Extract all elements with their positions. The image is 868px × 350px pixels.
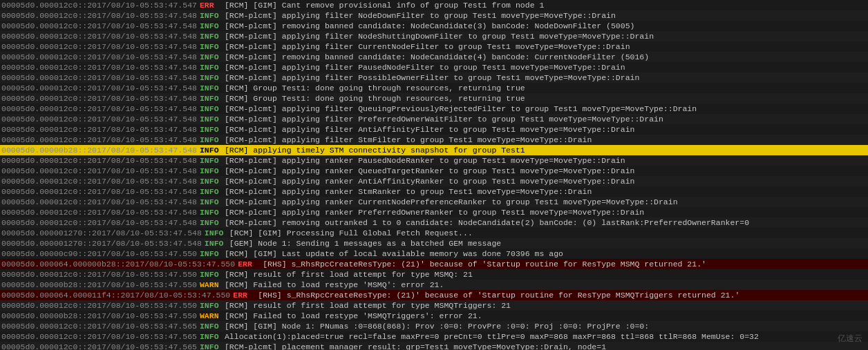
log-thread: 00005d0.000012c0::2017/08/10-05:53:47.54… (1, 0, 200, 10)
log-level: ERR (238, 259, 263, 269)
log-thread: 00005d0.000012c0::2017/08/10-05:53:47.54… (1, 21, 200, 31)
log-level: INFO (200, 31, 225, 41)
log-message: [RCM] [GIM] Processing Full Global Fetch… (229, 228, 867, 238)
log-level: INFO (200, 145, 225, 155)
log-level: WARN (200, 311, 225, 321)
log-level: ERR (233, 290, 258, 300)
log-level: INFO (205, 228, 229, 238)
log-row: 00005d0.000012c0::2017/08/10-05:53:47.54… (0, 31, 868, 41)
log-row: 00005d0.000012c0::2017/08/10-05:53:47.55… (0, 300, 868, 311)
log-message: [RCM-plcmt] applying filter QueuingPrevi… (225, 104, 867, 114)
log-level: INFO (200, 217, 225, 228)
log-row: 00005d0.000012c0::2017/08/10-05:53:47.54… (0, 83, 868, 93)
log-thread: 00005d0.000012c0::2017/08/10-05:53:47.56… (1, 331, 200, 342)
log-message: [RCM-plcmt] applying filter PossibleOwne… (225, 72, 867, 83)
log-message: [RCM-plcmt] removing outranked 1 to 0 ca… (225, 217, 867, 228)
log-thread: 00005d0.000012c0::2017/08/10-05:53:47.54… (1, 176, 200, 186)
log-message: [RCM] applying timely STM connectivity s… (225, 145, 867, 155)
log-message: [RCM-plcmt] applying ranker StmRanker to… (225, 186, 867, 197)
log-row: 00005d0.000012c0::2017/08/10-05:53:47.54… (0, 166, 868, 176)
log-thread: 00005d0.00000b28::2017/08/10-05:53:47.55… (1, 311, 200, 321)
log-row: 00005d0.000012c0::2017/08/10-05:53:47.54… (0, 0, 868, 10)
log-thread: 00005d0.000012c0::2017/08/10-05:53:47.54… (1, 31, 200, 41)
log-row: 00005d0.000012c0::2017/08/10-05:53:47.54… (0, 104, 868, 114)
log-thread: 00005d0.000012c0::2017/08/10-05:53:47.54… (1, 41, 200, 52)
log-level: INFO (200, 300, 225, 311)
log-level: INFO (200, 21, 225, 31)
log-message: [RCM] [GIM] Cant remove provisional info… (225, 0, 867, 10)
log-message: [RCM-plcmt] applying filter PreferredOwn… (225, 114, 867, 124)
log-row: 00005d0.000012c0::2017/08/10-05:53:47.54… (0, 21, 868, 31)
log-row: 00005d0.000012c0::2017/08/10-05:53:47.54… (0, 41, 868, 52)
log-level: WARN (200, 280, 225, 290)
log-thread: 00005d0.000012c0::2017/08/10-05:53:47.54… (1, 207, 200, 217)
log-message: [GEM] Node 1: Sending 1 messages as a ba… (229, 238, 867, 249)
log-row: 00005d0.000012c0::2017/08/10-05:53:47.56… (0, 321, 868, 331)
log-message: [RCM-plcmt] placement manager result: gr… (225, 342, 867, 350)
log-thread: 00005d0.000012c0::2017/08/10-05:53:47.55… (1, 300, 200, 311)
log-level: INFO (200, 83, 225, 93)
log-message: [RCM-plcmt] applying filter NodeDownFilt… (225, 10, 867, 21)
log-thread: 00005d0.000012c0::2017/08/10-05:53:47.54… (1, 93, 200, 104)
log-row: 00005d0.000012c0::2017/08/10-05:53:47.54… (0, 135, 868, 145)
log-message: [RCM-plcmt] applying ranker PreferredOwn… (225, 207, 867, 217)
log-thread: 00005d0.00000b28::2017/08/10-05:53:47.55… (1, 280, 200, 290)
log-thread: 00005d0.000064.000000b28::2017/08/10-05:… (1, 259, 238, 269)
log-row: 00005d0.000012c0::2017/08/10-05:53:47.56… (0, 342, 868, 350)
log-row: 00005d0.000012c0::2017/08/10-05:53:47.54… (0, 124, 868, 135)
log-row: 00005d0.000001270::2017/08/10-05:53:47.5… (0, 238, 868, 249)
log-level: INFO (200, 52, 225, 62)
log-message: [RCM-plcmt] applying ranker AntiAffinity… (225, 176, 867, 186)
log-thread: 00005d0.000012c0::2017/08/10-05:53:47.54… (1, 104, 200, 114)
watermark-logo: 亿速云 (838, 333, 862, 344)
log-row: 00005d0.000012c0::2017/08/10-05:53:47.54… (0, 155, 868, 166)
log-thread: 00005d0.000001270::2017/08/10-05:53:47.5… (1, 238, 205, 249)
log-level: INFO (200, 62, 225, 72)
log-row: 00005d0.000012c0::2017/08/10-05:53:47.54… (0, 72, 868, 83)
log-row: 00005d0.000012c0::2017/08/10-05:53:47.54… (0, 197, 868, 207)
log-message: [RCM] [GIM] Last update of local availab… (225, 249, 867, 259)
log-row: 00005d0.000012c0::2017/08/10-05:53:47.54… (0, 62, 868, 72)
log-message: [RHS] s_RhsRpcCreateResType: (21)' becau… (258, 290, 867, 300)
log-level: INFO (200, 93, 225, 104)
log-row: 00005d0.000064.000011f4::2017/08/10-05:5… (0, 290, 868, 300)
log-row: 00005d0.000012c0::2017/08/10-05:53:47.55… (0, 269, 868, 280)
log-level: INFO (200, 176, 225, 186)
log-message: [RCM-plcmt] applying filter CurrentNodeF… (225, 41, 867, 52)
log-row: 00005d0.00000b28::2017/08/10-05:53:47.54… (0, 145, 868, 155)
log-message: [RHS] s_RhsRpcCreateResType: (21)' becau… (263, 259, 867, 269)
log-message: [RCM] Failed to load restype 'MSMQ': err… (225, 280, 867, 290)
log-message: [RCM] Failed to load restype 'MSMQTrigge… (225, 311, 867, 321)
log-level: INFO (200, 135, 225, 145)
log-thread: 00005d0.000012c0::2017/08/10-05:53:47.54… (1, 62, 200, 72)
log-message: [RCM-plcmt] applying ranker QueuedTarget… (225, 166, 867, 176)
log-thread: 00005d0.000012c0::2017/08/10-05:53:47.55… (1, 269, 200, 280)
log-thread: 00005d0.000012c0::2017/08/10-05:53:47.54… (1, 197, 200, 207)
log-level: INFO (200, 249, 225, 259)
log-thread: 00005d0.000012c0::2017/08/10-05:53:47.54… (1, 166, 200, 176)
log-message: [RCM-plcmt] applying filter PausedNodeFi… (225, 62, 867, 72)
log-level: INFO (200, 342, 225, 350)
log-thread: 00005d0.000012c0::2017/08/10-05:53:47.54… (1, 217, 200, 228)
log-thread: 00005d0.000012c0::2017/08/10-05:53:47.54… (1, 114, 200, 124)
log-message: [RCM-plcmt] applying ranker CurrentNodeP… (225, 197, 867, 207)
log-thread: 00005d0.000012c0::2017/08/10-05:53:47.56… (1, 321, 200, 331)
log-level: INFO (200, 269, 225, 280)
log-row: 00005d0.00000c90::2017/08/10-05:53:47.55… (0, 249, 868, 259)
log-row: 00005d0.00000b28::2017/08/10-05:53:47.55… (0, 311, 868, 321)
log-message: Allocation(1):placed=true recl=false max… (225, 331, 867, 342)
log-level: INFO (200, 186, 225, 197)
log-thread: 00005d0.00000b28::2017/08/10-05:53:47.54… (1, 145, 200, 155)
log-message: [RCM] Group Test1: done going through re… (225, 93, 867, 104)
log-row: 00005d0.000012c0::2017/08/10-05:53:47.54… (0, 10, 868, 21)
log-row: 00005d0.000012c0::2017/08/10-05:53:47.54… (0, 93, 868, 104)
log-message: [RCM-plcmt] applying ranker PausedNodeRa… (225, 155, 867, 166)
log-message: [RCM-plcmt] applying filter AntiAffinity… (225, 124, 867, 135)
log-thread: 00005d0.000012c0::2017/08/10-05:53:47.54… (1, 124, 200, 135)
log-thread: 00005d0.000012c0::2017/08/10-05:53:47.54… (1, 135, 200, 145)
log-row: 00005d0.000012c0::2017/08/10-05:53:47.56… (0, 331, 868, 342)
log-message: [RCM] result of first load attempt for t… (225, 300, 867, 311)
log-level: INFO (200, 72, 225, 83)
log-level: INFO (200, 321, 225, 331)
log-level: INFO (200, 41, 225, 52)
